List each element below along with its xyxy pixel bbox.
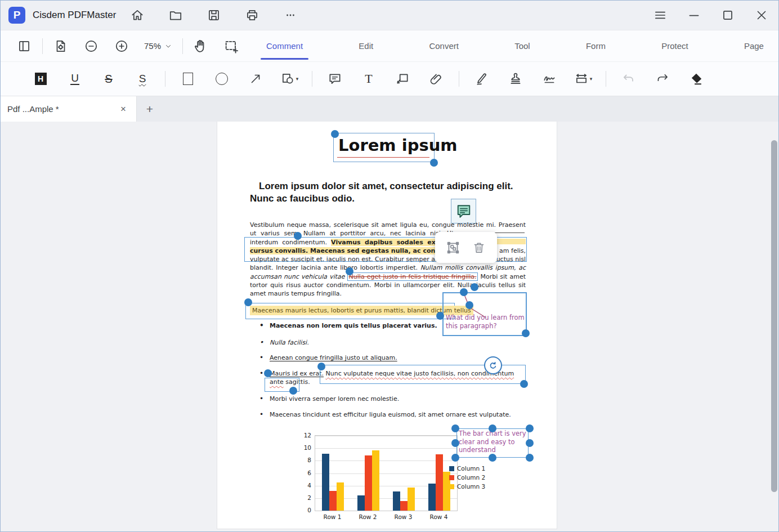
squiggly-underline-icon: S [139, 73, 146, 85]
tab-protect[interactable]: Protect [658, 32, 692, 60]
titlebar: P Cisdem PDFMaster [1, 1, 778, 30]
bullet-item: Maecenas non lorem quis tellus placerat … [259, 321, 530, 330]
rotate-handle[interactable] [484, 356, 502, 374]
redo-button[interactable] [651, 68, 674, 90]
pencil-tool-button[interactable] [471, 68, 493, 90]
selection-handle[interactable] [522, 329, 530, 337]
selection-handle[interactable] [436, 312, 444, 320]
shapes-tool-button[interactable]: ▾ [278, 68, 301, 90]
strikethrough-tool-button[interactable]: S [97, 68, 120, 90]
title-textbox[interactable]: Lorem ipsum [333, 133, 435, 162]
tab-comment[interactable]: Comment [263, 32, 306, 60]
legend-label: Column 1 [457, 465, 485, 472]
annotation-properties-button[interactable] [445, 240, 461, 256]
eraser-button[interactable] [685, 68, 708, 90]
selection-handle[interactable] [430, 159, 438, 167]
underline-icon: U [70, 73, 79, 85]
select-tool-button[interactable] [223, 38, 239, 54]
page-settings-button[interactable] [53, 38, 69, 54]
legend-swatch-icon [449, 484, 454, 489]
selection-handle[interactable] [451, 439, 459, 447]
print-button[interactable] [244, 7, 260, 23]
selection-handle[interactable] [451, 424, 459, 432]
tab-tool[interactable]: Tool [511, 32, 534, 60]
selection-handle[interactable] [331, 130, 339, 138]
attachment-tool-button[interactable] [425, 68, 447, 90]
zoom-out-button[interactable] [83, 38, 99, 54]
print-icon [245, 8, 259, 23]
panel-toggle-button[interactable] [16, 38, 32, 54]
tab-close-button[interactable]: × [117, 104, 129, 115]
tab-edit[interactable]: Edit [355, 32, 377, 60]
open-file-button[interactable] [168, 7, 183, 23]
scrollbar-thumb[interactable] [771, 140, 777, 492]
maximize-button[interactable] [720, 7, 736, 23]
strikethrough-annotation[interactable]: Nulla eget justo in felis tristique frin… [347, 272, 478, 281]
save-button[interactable] [206, 7, 222, 23]
selection-handle[interactable] [489, 454, 496, 462]
highlighted-bold-text[interactable]: cursus convallis. Maecenas sed egestas n… [250, 247, 460, 254]
divider [312, 71, 312, 87]
underlined-text: Mauris id ex erat. [270, 370, 324, 377]
squiggly-tool-button[interactable]: S [131, 68, 154, 90]
new-tab-button[interactable]: + [137, 96, 163, 122]
selection-handle[interactable] [460, 288, 468, 296]
menu-button[interactable] [652, 7, 668, 23]
selection-handle[interactable] [526, 424, 534, 432]
text-tool-button[interactable]: T [357, 68, 380, 90]
document-tab[interactable]: Pdf ...Ample * × [1, 96, 137, 122]
stamp-tool-button[interactable] [504, 68, 527, 90]
sticky-note-annotation[interactable] [451, 199, 476, 223]
selection-handle[interactable] [346, 267, 353, 275]
selection-handle[interactable] [526, 454, 534, 462]
chart-note-text[interactable]: The bar chart is very clear and easy to … [459, 430, 527, 454]
zoom-level-select[interactable]: 75% [144, 41, 172, 51]
pdf-page[interactable]: Lorem ipsum Lorem ipsum dolor sit amet, … [217, 122, 557, 529]
open-folder-icon [168, 8, 183, 23]
document-tabbar: Pdf ...Ample * × + [1, 96, 778, 122]
delete-annotation-button[interactable] [471, 240, 487, 256]
divider [459, 71, 459, 87]
underline-tool-button[interactable]: U [64, 68, 86, 90]
vertical-scrollbar[interactable] [771, 122, 777, 531]
tab-convert[interactable]: Convert [426, 32, 462, 60]
sticky-note-tool-button[interactable] [324, 68, 346, 90]
home-button[interactable] [129, 7, 145, 23]
selection-handle[interactable] [244, 298, 252, 306]
gridline [315, 448, 457, 449]
hand-tool-button[interactable] [193, 38, 209, 54]
text-icon: T [365, 71, 372, 86]
logo-letter: P [14, 9, 21, 21]
x-tick-label: Row 2 [359, 513, 377, 520]
ellipse-tool-button[interactable] [211, 68, 233, 90]
selection-handle[interactable] [526, 439, 534, 447]
eraser-icon [689, 71, 704, 86]
selection-handle[interactable] [294, 232, 302, 240]
callout-tool-button[interactable] [391, 68, 414, 90]
boxed-text[interactable]: sagittis. [285, 378, 310, 386]
selection-handle[interactable] [289, 387, 297, 395]
highlight-tool-button[interactable]: H [30, 68, 52, 90]
bullet-item: Maecenas tincidunt est efficitur ligula … [259, 410, 530, 419]
selection-handle[interactable] [471, 283, 478, 291]
signature-tool-button[interactable] [538, 68, 561, 90]
zoom-in-button[interactable] [114, 38, 129, 54]
selection-handle[interactable] [465, 301, 473, 309]
rectangle-icon [183, 73, 193, 85]
arrow-tool-button[interactable] [244, 68, 267, 90]
undo-button[interactable] [617, 68, 640, 90]
rectangle-tool-button[interactable] [177, 68, 199, 90]
measure-tool-button[interactable]: ▾ [572, 68, 594, 90]
more-button[interactable] [283, 7, 298, 23]
selection-handle[interactable] [489, 424, 496, 432]
selection-handle[interactable] [317, 363, 325, 370]
selection-handle[interactable] [520, 380, 528, 388]
selection-handle[interactable] [451, 454, 459, 462]
close-button[interactable] [754, 7, 769, 23]
stamp-icon [508, 71, 523, 86]
minimize-button[interactable] [686, 7, 702, 23]
tab-page[interactable]: Page [741, 32, 767, 60]
document-viewer[interactable]: Lorem ipsum Lorem ipsum dolor sit amet, … [1, 122, 778, 531]
tab-form[interactable]: Form [583, 32, 609, 60]
selection-handle[interactable] [264, 369, 272, 377]
